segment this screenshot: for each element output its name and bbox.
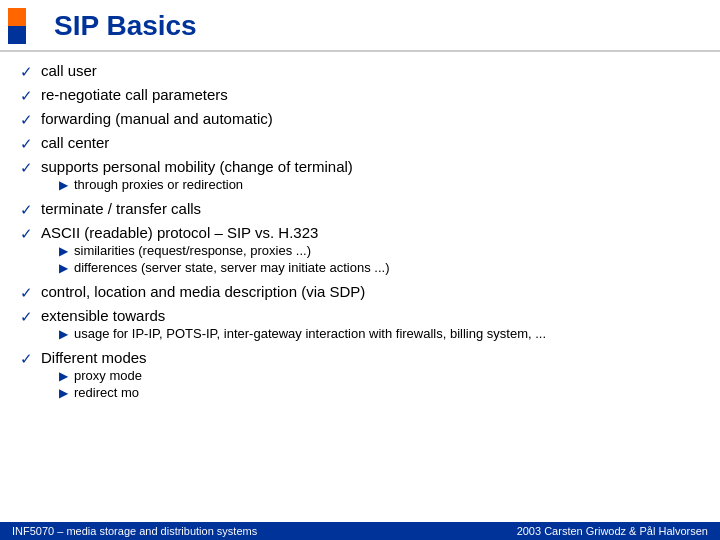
sub-item: ▶differences (server state, server may i… [59, 260, 390, 275]
check-icon: ✓ [20, 350, 33, 368]
check-icon: ✓ [20, 159, 33, 177]
sub-item: ▶similarities (request/response, proxies… [59, 243, 390, 258]
sub-item: ▶through proxies or redirection [59, 177, 353, 192]
check-icon: ✓ [20, 201, 33, 219]
main-list-item-1: ✓call user [20, 62, 700, 81]
main-list-item-9: ✓extensible towards▶usage for IP-IP, POT… [20, 307, 700, 344]
check-icon: ✓ [20, 225, 33, 243]
check-icon: ✓ [20, 135, 33, 153]
sub-item-text: usage for IP-IP, POTS-IP, inter-gateway … [74, 326, 546, 341]
check-icon: ✓ [20, 63, 33, 81]
sub-item: ▶usage for IP-IP, POTS-IP, inter-gateway… [59, 326, 546, 341]
arrow-icon: ▶ [59, 369, 68, 383]
logo-shape [8, 8, 44, 44]
main-content: ✓call user✓re-negotiate call parameters✓… [0, 52, 720, 532]
logo [8, 8, 44, 44]
item-text-6: terminate / transfer calls [41, 200, 201, 217]
header: SIP Basics [0, 0, 720, 52]
footer: INF5070 – media storage and distribution… [0, 522, 720, 540]
page-title: SIP Basics [54, 10, 197, 42]
footer-left: INF5070 – media storage and distribution… [12, 525, 257, 537]
item-text-3: forwarding (manual and automatic) [41, 110, 273, 127]
item-text-2: re-negotiate call parameters [41, 86, 228, 103]
check-icon: ✓ [20, 308, 33, 326]
item-text-1: call user [41, 62, 97, 79]
main-list-item-7: ✓ASCII (readable) protocol – SIP vs. H.3… [20, 224, 700, 278]
footer-right: 2003 Carsten Griwodz & Pål Halvorsen [517, 525, 708, 537]
main-list-item-2: ✓re-negotiate call parameters [20, 86, 700, 105]
logo-blue [8, 26, 26, 44]
logo-orange [8, 8, 26, 26]
sub-list-5: ▶through proxies or redirection [59, 177, 353, 192]
item-text-7: ASCII (readable) protocol – SIP vs. H.32… [41, 224, 318, 241]
sub-list-9: ▶usage for IP-IP, POTS-IP, inter-gateway… [59, 326, 546, 341]
sub-item-text: redirect mo [74, 385, 139, 400]
arrow-icon: ▶ [59, 327, 68, 341]
item-text-9: extensible towards [41, 307, 165, 324]
item-text-5: supports personal mobility (change of te… [41, 158, 353, 175]
sub-list-10: ▶proxy mode▶redirect mo [59, 368, 147, 400]
sub-item-text: differences (server state, server may in… [74, 260, 390, 275]
sub-list-7: ▶similarities (request/response, proxies… [59, 243, 390, 275]
item-text-4: call center [41, 134, 109, 151]
main-list-item-6: ✓terminate / transfer calls [20, 200, 700, 219]
sub-item-text: similarities (request/response, proxies … [74, 243, 311, 258]
item-text-8: control, location and media description … [41, 283, 365, 300]
arrow-icon: ▶ [59, 261, 68, 275]
arrow-icon: ▶ [59, 178, 68, 192]
check-icon: ✓ [20, 111, 33, 129]
sub-item: ▶redirect mo [59, 385, 147, 400]
main-list-item-10: ✓Different modes▶proxy mode▶redirect mo [20, 349, 700, 403]
item-text-10: Different modes [41, 349, 147, 366]
arrow-icon: ▶ [59, 244, 68, 258]
main-list-item-5: ✓supports personal mobility (change of t… [20, 158, 700, 195]
sub-item: ▶proxy mode [59, 368, 147, 383]
arrow-icon: ▶ [59, 386, 68, 400]
check-icon: ✓ [20, 284, 33, 302]
sub-item-text: through proxies or redirection [74, 177, 243, 192]
main-list: ✓call user✓re-negotiate call parameters✓… [20, 62, 700, 403]
check-icon: ✓ [20, 87, 33, 105]
main-list-item-8: ✓control, location and media description… [20, 283, 700, 302]
sub-item-text: proxy mode [74, 368, 142, 383]
main-list-item-4: ✓call center [20, 134, 700, 153]
main-list-item-3: ✓forwarding (manual and automatic) [20, 110, 700, 129]
